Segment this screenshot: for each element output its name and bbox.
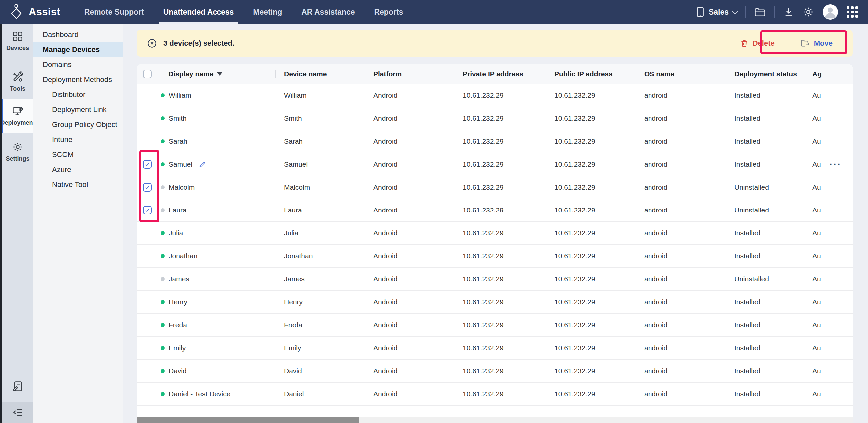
status-dot <box>160 162 164 166</box>
platform: Android <box>365 321 454 329</box>
table-row[interactable]: Emily Emily Android 10.61.232.29 10.61.2… <box>136 337 853 360</box>
sidebar-item-native-tool[interactable]: Native Tool <box>33 177 123 192</box>
col-deployment-status: Deployment status <box>726 70 804 78</box>
status-dot <box>160 346 164 350</box>
sidebar-item-intune[interactable]: Intune <box>33 132 123 147</box>
row-checkbox[interactable] <box>143 183 152 191</box>
table-row[interactable]: David David Android 10.61.232.29 10.61.2… <box>136 360 853 383</box>
select-all-checkbox[interactable] <box>143 70 152 78</box>
folder-icon[interactable] <box>754 7 766 17</box>
table-row[interactable]: James James Android 10.61.232.29 10.61.2… <box>136 268 853 291</box>
sort-caret-icon[interactable] <box>217 72 222 75</box>
table-row[interactable]: William William Android 10.61.232.29 10.… <box>136 84 853 107</box>
platform: Android <box>365 367 454 375</box>
download-icon[interactable] <box>783 7 794 17</box>
device-icon <box>695 6 706 18</box>
table-row[interactable]: Julia Julia Android 10.61.232.29 10.61.2… <box>136 222 853 245</box>
os-name: android <box>636 252 726 260</box>
os-name: android <box>636 298 726 306</box>
agent-version: Au <box>812 321 821 329</box>
agent-version: Au <box>812 183 821 191</box>
display-name: Jonathan <box>168 252 197 260</box>
rail-item-devices[interactable]: Devices <box>2 29 33 52</box>
table-row[interactable]: Sarah Sarah Android 10.61.232.29 10.61.2… <box>136 130 853 153</box>
sidebar-item-domains[interactable]: Domains <box>33 57 123 72</box>
delete-button[interactable]: Delete <box>740 39 775 48</box>
sidebar-item-deployment-methods[interactable]: Deployment Methods <box>33 72 123 87</box>
platform: Android <box>365 114 454 122</box>
col-display-name: Display name <box>168 70 213 78</box>
platform: Android <box>365 344 454 352</box>
row-checkbox[interactable] <box>143 160 152 169</box>
table-row[interactable]: Smith Smith Android 10.61.232.29 10.61.2… <box>136 107 853 130</box>
trash-icon <box>740 39 749 48</box>
move-button[interactable]: Move <box>801 39 833 48</box>
table-row[interactable]: Henry Henry Android 10.61.232.29 10.61.2… <box>136 291 853 314</box>
sidebar-item-deployment-link[interactable]: Deployment Link <box>33 102 123 117</box>
table-row[interactable]: Samuel Samuel Android 10.61.232.29 10.61… <box>136 153 853 176</box>
public-ip: 10.61.232.29 <box>546 252 636 260</box>
table-row[interactable]: Malcolm Malcolm Android 10.61.232.29 10.… <box>136 176 853 199</box>
table-row[interactable]: Daniel - Test Device Daniel Android 10.6… <box>136 383 853 406</box>
horizontal-scrollbar[interactable] <box>136 417 853 423</box>
rail-item-tools[interactable]: Tools <box>2 69 33 92</box>
avatar[interactable] <box>823 4 838 20</box>
sidebar-item-sccm[interactable]: SCCM <box>33 147 123 162</box>
status-dot <box>160 392 164 396</box>
settings-gear-icon <box>12 141 23 153</box>
platform: Android <box>365 252 454 260</box>
rail-item-deployment[interactable]: Deployment <box>2 99 33 132</box>
display-name: David <box>168 367 187 375</box>
sidebar-collapse-toggle[interactable] <box>2 402 33 423</box>
deselect-circle-x-icon[interactable] <box>147 38 157 49</box>
app-logo[interactable]: Assist <box>9 4 60 20</box>
sidebar-item-group-policy-object[interactable]: Group Policy Object <box>33 117 123 132</box>
tab-unattended-access[interactable]: Unattended Access <box>163 0 234 24</box>
assist-logo-icon <box>9 4 24 20</box>
scrollbar-thumb[interactable] <box>136 417 359 423</box>
device-name: William <box>275 91 365 99</box>
device-name: Malcolm <box>275 183 365 191</box>
status-dot <box>160 93 164 97</box>
device-name: Smith <box>275 114 365 122</box>
tab-meeting[interactable]: Meeting <box>253 0 282 24</box>
agent-version: Au <box>812 114 821 122</box>
deployment-status: Installed <box>726 390 804 398</box>
display-name: Emily <box>168 344 186 352</box>
portal-label: Sales <box>709 8 729 17</box>
public-ip: 10.61.232.29 <box>546 275 636 283</box>
table-header: Display name Device name Platform Privat… <box>136 64 853 84</box>
portal-selector[interactable]: Sales <box>695 6 737 18</box>
row-checkbox[interactable] <box>143 206 152 214</box>
gear-icon[interactable] <box>803 6 814 18</box>
rail-item-settings[interactable]: Settings <box>2 139 33 162</box>
sidebar-item-manage-devices[interactable]: Manage Devices <box>33 42 123 57</box>
public-ip: 10.61.232.29 <box>546 183 636 191</box>
deployment-status: Installed <box>726 252 804 260</box>
apps-grid-icon[interactable] <box>847 6 858 18</box>
tab-remote-support[interactable]: Remote Support <box>84 0 144 24</box>
os-name: android <box>636 114 726 122</box>
deployment-status: Installed <box>726 229 804 237</box>
device-name: David <box>275 367 365 375</box>
sidebar-item-dashboard[interactable]: Dashboard <box>33 27 123 42</box>
device-name: Emily <box>275 344 365 352</box>
divider <box>774 6 775 18</box>
edit-icon[interactable] <box>198 160 206 168</box>
sidebar-item-distributor[interactable]: Distributor <box>33 87 123 102</box>
os-name: android <box>636 367 726 375</box>
table-row[interactable]: Freda Freda Android 10.61.232.29 10.61.2… <box>136 314 853 337</box>
more-actions-icon[interactable] <box>830 160 842 169</box>
tab-ar-assistance[interactable]: AR Assistance <box>302 0 355 24</box>
table-row[interactable]: Jonathan Jonathan Android 10.61.232.29 1… <box>136 245 853 268</box>
device-name: Julia <box>275 229 365 237</box>
sidebar-item-azure[interactable]: Azure <box>33 162 123 177</box>
private-ip: 10.61.232.29 <box>454 344 546 352</box>
os-name: android <box>636 183 726 191</box>
public-ip: 10.61.232.29 <box>546 229 636 237</box>
feedback-note-icon[interactable] <box>2 381 33 392</box>
agent-version: Au <box>812 160 821 168</box>
tab-reports[interactable]: Reports <box>374 0 403 24</box>
platform: Android <box>365 229 454 237</box>
table-row[interactable]: Laura Laura Android 10.61.232.29 10.61.2… <box>136 199 853 222</box>
